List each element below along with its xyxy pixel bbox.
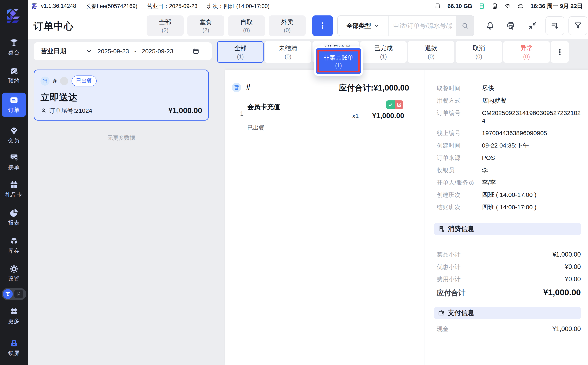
info-label: 收银员: [437, 166, 482, 174]
takeout-icon: [232, 83, 241, 92]
shift-info: 班次：四班 (14:00-17:00): [207, 2, 270, 10]
divider: [247, 139, 409, 139]
edit-badge-icon[interactable]: [395, 100, 403, 109]
sidebar-item-reservation[interactable]: 预约: [0, 66, 28, 84]
business-date: 营业日：2025-09-23: [147, 2, 197, 10]
type-tab-全部[interactable]: 全部(2): [147, 15, 184, 36]
type-tab-count: (2): [162, 27, 169, 34]
status-tab-取消[interactable]: 取消(0): [456, 41, 502, 63]
sidebar-item-orders[interactable]: 订单: [2, 93, 26, 117]
order-type-more-button[interactable]: [312, 15, 333, 36]
search-button[interactable]: [456, 16, 474, 35]
money-row-优惠小计: 优惠小计¥0.00: [437, 263, 581, 271]
info-label: 线上编号: [437, 129, 482, 137]
page-header: 订单中心 全部(2)堂食(2)自取(0)外卖(0) 全部类型: [28, 12, 588, 39]
table-mode-widget[interactable]: [2, 288, 26, 300]
sidebar-item-accept[interactable]: 接单: [0, 153, 28, 171]
status-tab-已完成[interactable]: 已完成(1): [360, 41, 407, 63]
calendar-icon[interactable]: [192, 48, 199, 55]
divider: [81, 3, 81, 9]
type-tab-自取[interactable]: 自取(0): [228, 15, 265, 36]
item-badges: [386, 100, 403, 109]
new-order-icon[interactable]: [14, 290, 23, 298]
date-filter-label: 营业日期: [41, 47, 66, 56]
money-label: 应付合计: [437, 288, 465, 298]
popup-label: 非菜品账单: [324, 54, 353, 62]
status-tab-异常[interactable]: 异常(0): [503, 41, 550, 63]
highlighted-tab-popup[interactable]: 非菜品账单 (1): [314, 47, 363, 76]
type-tab-外卖[interactable]: 外卖(0): [269, 15, 306, 36]
item-name: 会员卡充值: [247, 102, 280, 112]
divider: [424, 70, 425, 365]
search-input[interactable]: [389, 16, 456, 35]
status-tabs-more-button[interactable]: [551, 41, 569, 63]
order-type-tabs: 全部(2)堂食(2)自取(0)外卖(0): [147, 15, 306, 36]
sidebar-item-reports[interactable]: 报表: [0, 208, 28, 226]
avatar: [60, 77, 68, 85]
collapse-icon[interactable]: [528, 21, 537, 30]
type-tab-label: 堂食: [200, 18, 212, 26]
divider: [233, 98, 409, 98]
order-card-amount: ¥1,000.00: [168, 106, 202, 115]
money-row-费用小计: 费用小计¥0.00: [437, 275, 581, 283]
money-label: 菜品小计: [437, 251, 460, 259]
clock: 16:36 周一 9月 22日: [530, 2, 583, 10]
brand-logo-icon: [5, 7, 23, 25]
order-card[interactable]: # 已出餐 立即送达 订单尾号:21024 ¥1,000.00: [34, 70, 209, 120]
takeout-icon: [41, 77, 49, 86]
table-mode-icon[interactable]: [3, 289, 13, 299]
database-status-icon: [492, 3, 498, 9]
sidebar-item-more[interactable]: 更多: [0, 307, 28, 325]
money-value: ¥0.00: [565, 263, 581, 271]
type-tab-堂食[interactable]: 堂食(2): [187, 15, 224, 36]
info-value: 四班 ( 14:00-17:00 ): [482, 203, 581, 211]
inventory-icon: [9, 236, 19, 246]
chevron-down-icon[interactable]: [86, 48, 92, 54]
sidebar-item-label: 桌台: [8, 49, 20, 56]
status-tab-全部[interactable]: 全部(1): [217, 41, 264, 63]
date-end: 2025-09-23: [142, 48, 173, 55]
bell-icon[interactable]: [485, 21, 495, 30]
info-row-opener-waiter: 开单人/服务员李/李: [437, 179, 581, 186]
info-value: 1970044363896090905: [482, 129, 581, 137]
order-icon: [9, 95, 19, 105]
status-tab-label: 取消: [473, 44, 485, 52]
sidebar-item-tables[interactable]: 桌台: [0, 38, 28, 56]
status-tab-label: 未结清: [279, 44, 297, 52]
status-tab-退款[interactable]: 退款(0): [408, 41, 454, 63]
info-row-order-source: 订单来源POS: [437, 154, 581, 162]
detail-total-due: 应付合计:¥1,000.00: [306, 82, 409, 93]
reservation-icon: [9, 66, 19, 76]
filter-button[interactable]: [568, 16, 587, 35]
status-tab-label: 异常: [520, 44, 533, 52]
check-badge-icon[interactable]: [386, 100, 395, 109]
search-box: 全部类型: [337, 15, 474, 36]
giftcard-icon: [9, 180, 19, 190]
type-tab-label: 自取: [240, 18, 253, 26]
payment-section-header: 支付信息: [434, 307, 581, 319]
consumption-section-header: 消费信息: [434, 223, 581, 235]
sidebar-item-inventory[interactable]: 库存: [0, 236, 28, 254]
sidebar-item-members[interactable]: 会员: [0, 126, 28, 144]
money-value: ¥1,000.00: [543, 288, 581, 297]
system-topbar: v1.1.36.14248 长春Lee(505742169) 营业日：2025-…: [28, 0, 588, 12]
business-date-filter[interactable]: 营业日期 2025-09-23 - 2025-09-23: [34, 42, 212, 60]
brand-logo-small-icon: [31, 3, 38, 10]
sidebar-item-giftcard[interactable]: 礼品卡: [0, 180, 28, 198]
non-dish-bill-button[interactable]: 非菜品账单 (1): [316, 48, 361, 74]
info-row-order-no: 订单编号CM202509231419603095272321024: [437, 109, 581, 125]
sidebar-item-label: 预约: [8, 77, 20, 84]
sidebar-item-lockscreen[interactable]: 锁屏: [0, 338, 28, 357]
settings-icon: [9, 264, 19, 274]
info-label: 用餐方式: [437, 97, 482, 105]
status-tab-count: (0): [428, 54, 435, 60]
sidebar-item-label: 报表: [8, 219, 20, 226]
list-footer: 无更多数据: [34, 134, 209, 141]
status-tab-未结清[interactable]: 未结清(0): [265, 41, 311, 63]
sort-button[interactable]: [546, 16, 564, 35]
date-separator: -: [134, 48, 136, 55]
search-type-select[interactable]: 全部类型: [338, 16, 389, 35]
printer-icon[interactable]: [506, 21, 515, 30]
status-badge: 已出餐: [72, 76, 97, 86]
sidebar-item-settings[interactable]: 设置: [0, 264, 28, 282]
